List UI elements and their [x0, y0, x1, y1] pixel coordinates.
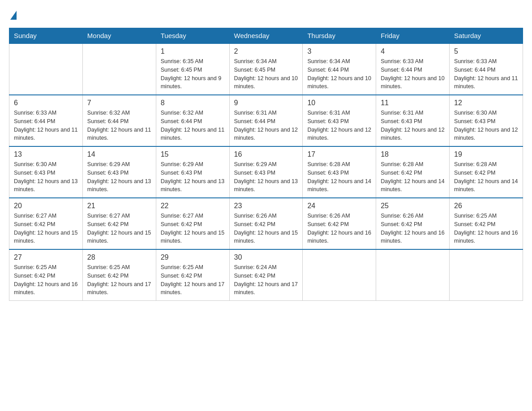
day-info: Sunrise: 6:33 AMSunset: 6:44 PMDaylight:… [454, 57, 518, 91]
day-number: 14 [87, 150, 151, 158]
day-number: 19 [454, 150, 518, 158]
day-info: Sunrise: 6:27 AMSunset: 6:42 PMDaylight:… [161, 212, 225, 245]
day-info: Sunrise: 6:28 AMSunset: 6:43 PMDaylight:… [307, 160, 371, 194]
day-info: Sunrise: 6:34 AMSunset: 6:44 PMDaylight:… [307, 57, 371, 91]
calendar-day-cell [303, 249, 376, 301]
day-info: Sunrise: 6:29 AMSunset: 6:43 PMDaylight:… [234, 160, 298, 194]
calendar-day-cell: 9Sunrise: 6:31 AMSunset: 6:44 PMDaylight… [229, 95, 303, 146]
calendar-day-cell: 4Sunrise: 6:33 AMSunset: 6:44 PMDaylight… [376, 43, 450, 95]
day-info: Sunrise: 6:31 AMSunset: 6:44 PMDaylight:… [234, 109, 298, 142]
calendar-day-cell [450, 249, 523, 301]
day-info: Sunrise: 6:25 AMSunset: 6:42 PMDaylight:… [454, 212, 518, 245]
calendar-day-cell: 29Sunrise: 6:25 AMSunset: 6:42 PMDayligh… [156, 249, 229, 301]
weekday-header-wednesday: Wednesday [229, 28, 303, 44]
weekday-header-row: SundayMondayTuesdayWednesdayThursdayFrid… [9, 28, 523, 44]
day-info: Sunrise: 6:32 AMSunset: 6:44 PMDaylight:… [161, 109, 225, 142]
day-number: 8 [161, 99, 225, 107]
day-info: Sunrise: 6:35 AMSunset: 6:45 PMDaylight:… [161, 57, 225, 91]
calendar-day-cell: 15Sunrise: 6:29 AMSunset: 6:43 PMDayligh… [156, 146, 229, 198]
day-info: Sunrise: 6:25 AMSunset: 6:42 PMDaylight:… [87, 263, 151, 297]
day-number: 20 [14, 202, 78, 210]
calendar-week-row: 1Sunrise: 6:35 AMSunset: 6:45 PMDaylight… [9, 43, 523, 95]
day-info: Sunrise: 6:26 AMSunset: 6:42 PMDaylight:… [381, 212, 445, 245]
calendar-day-cell: 5Sunrise: 6:33 AMSunset: 6:44 PMDaylight… [450, 43, 523, 95]
calendar-day-cell: 12Sunrise: 6:30 AMSunset: 6:43 PMDayligh… [450, 95, 523, 146]
calendar-week-row: 27Sunrise: 6:25 AMSunset: 6:42 PMDayligh… [9, 249, 523, 301]
day-number: 22 [161, 202, 225, 210]
calendar-day-cell: 30Sunrise: 6:24 AMSunset: 6:42 PMDayligh… [229, 249, 303, 301]
calendar-day-cell: 20Sunrise: 6:27 AMSunset: 6:42 PMDayligh… [9, 198, 83, 249]
calendar-day-cell: 22Sunrise: 6:27 AMSunset: 6:42 PMDayligh… [156, 198, 229, 249]
calendar-week-row: 20Sunrise: 6:27 AMSunset: 6:42 PMDayligh… [9, 198, 523, 249]
day-info: Sunrise: 6:25 AMSunset: 6:42 PMDaylight:… [161, 263, 225, 297]
calendar-week-row: 6Sunrise: 6:33 AMSunset: 6:44 PMDaylight… [9, 95, 523, 146]
day-info: Sunrise: 6:29 AMSunset: 6:43 PMDaylight:… [87, 160, 151, 194]
day-info: Sunrise: 6:34 AMSunset: 6:45 PMDaylight:… [234, 57, 298, 91]
calendar-day-cell [9, 43, 83, 95]
weekday-header-saturday: Saturday [450, 28, 523, 44]
day-number: 5 [454, 47, 518, 56]
day-number: 4 [381, 47, 445, 56]
day-number: 24 [307, 202, 371, 210]
calendar-day-cell: 18Sunrise: 6:28 AMSunset: 6:42 PMDayligh… [376, 146, 450, 198]
day-number: 21 [87, 202, 151, 210]
day-number: 18 [381, 150, 445, 158]
day-info: Sunrise: 6:24 AMSunset: 6:42 PMDaylight:… [234, 263, 298, 297]
day-number: 15 [161, 150, 225, 158]
day-number: 12 [454, 99, 518, 107]
calendar-day-cell: 6Sunrise: 6:33 AMSunset: 6:44 PMDaylight… [9, 95, 83, 146]
calendar-table: SundayMondayTuesdayWednesdayThursdayFrid… [9, 28, 523, 301]
calendar-day-cell: 21Sunrise: 6:27 AMSunset: 6:42 PMDayligh… [82, 198, 156, 249]
calendar-day-cell: 26Sunrise: 6:25 AMSunset: 6:42 PMDayligh… [450, 198, 523, 249]
page-header [9, 9, 523, 19]
calendar-day-cell: 17Sunrise: 6:28 AMSunset: 6:43 PMDayligh… [303, 146, 376, 198]
day-number: 3 [307, 47, 371, 56]
calendar-day-cell: 27Sunrise: 6:25 AMSunset: 6:42 PMDayligh… [9, 249, 83, 301]
day-info: Sunrise: 6:27 AMSunset: 6:42 PMDaylight:… [87, 212, 151, 245]
calendar-day-cell: 7Sunrise: 6:32 AMSunset: 6:44 PMDaylight… [82, 95, 156, 146]
calendar-header: SundayMondayTuesdayWednesdayThursdayFrid… [9, 28, 523, 44]
calendar-day-cell: 16Sunrise: 6:29 AMSunset: 6:43 PMDayligh… [229, 146, 303, 198]
weekday-header-friday: Friday [376, 28, 450, 44]
calendar-day-cell [82, 43, 156, 95]
calendar-day-cell: 14Sunrise: 6:29 AMSunset: 6:43 PMDayligh… [82, 146, 156, 198]
calendar-day-cell: 13Sunrise: 6:30 AMSunset: 6:43 PMDayligh… [9, 146, 83, 198]
day-info: Sunrise: 6:26 AMSunset: 6:42 PMDaylight:… [234, 212, 298, 245]
calendar-day-cell: 8Sunrise: 6:32 AMSunset: 6:44 PMDaylight… [156, 95, 229, 146]
logo [9, 9, 17, 19]
day-number: 9 [234, 99, 298, 107]
calendar-day-cell: 1Sunrise: 6:35 AMSunset: 6:45 PMDaylight… [156, 43, 229, 95]
weekday-header-sunday: Sunday [9, 28, 83, 44]
day-number: 28 [87, 253, 151, 261]
day-number: 17 [307, 150, 371, 158]
day-info: Sunrise: 6:31 AMSunset: 6:43 PMDaylight:… [307, 109, 371, 142]
day-number: 11 [381, 99, 445, 107]
day-number: 1 [161, 47, 225, 56]
day-number: 10 [307, 99, 371, 107]
day-number: 2 [234, 47, 298, 56]
day-info: Sunrise: 6:33 AMSunset: 6:44 PMDaylight:… [381, 57, 445, 91]
weekday-header-thursday: Thursday [303, 28, 376, 44]
weekday-header-tuesday: Tuesday [156, 28, 229, 44]
calendar-day-cell: 19Sunrise: 6:28 AMSunset: 6:42 PMDayligh… [450, 146, 523, 198]
logo-triangle-icon [10, 11, 17, 20]
calendar-week-row: 13Sunrise: 6:30 AMSunset: 6:43 PMDayligh… [9, 146, 523, 198]
day-info: Sunrise: 6:33 AMSunset: 6:44 PMDaylight:… [14, 109, 78, 142]
calendar-day-cell: 23Sunrise: 6:26 AMSunset: 6:42 PMDayligh… [229, 198, 303, 249]
day-info: Sunrise: 6:28 AMSunset: 6:42 PMDaylight:… [454, 160, 518, 194]
calendar-day-cell: 24Sunrise: 6:26 AMSunset: 6:42 PMDayligh… [303, 198, 376, 249]
day-info: Sunrise: 6:27 AMSunset: 6:42 PMDaylight:… [14, 212, 78, 245]
calendar-day-cell: 25Sunrise: 6:26 AMSunset: 6:42 PMDayligh… [376, 198, 450, 249]
day-number: 13 [14, 150, 78, 158]
day-info: Sunrise: 6:30 AMSunset: 6:43 PMDaylight:… [454, 109, 518, 142]
day-info: Sunrise: 6:26 AMSunset: 6:42 PMDaylight:… [307, 212, 371, 245]
day-number: 27 [14, 253, 78, 261]
calendar-day-cell: 28Sunrise: 6:25 AMSunset: 6:42 PMDayligh… [82, 249, 156, 301]
day-info: Sunrise: 6:31 AMSunset: 6:43 PMDaylight:… [381, 109, 445, 142]
day-number: 7 [87, 99, 151, 107]
calendar-day-cell: 11Sunrise: 6:31 AMSunset: 6:43 PMDayligh… [376, 95, 450, 146]
weekday-header-monday: Monday [82, 28, 156, 44]
calendar-day-cell: 3Sunrise: 6:34 AMSunset: 6:44 PMDaylight… [303, 43, 376, 95]
day-number: 23 [234, 202, 298, 210]
day-number: 25 [381, 202, 445, 210]
